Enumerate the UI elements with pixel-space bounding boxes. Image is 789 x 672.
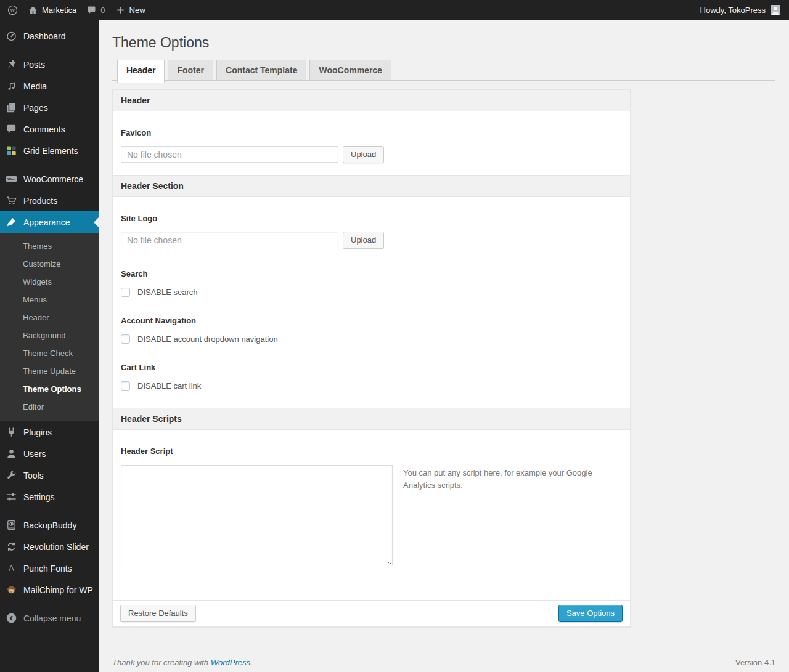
- cart-link-label: Cart Link: [121, 363, 622, 372]
- sidebar-item-label: Pages: [23, 103, 48, 113]
- header-script-label: Header Script: [121, 447, 622, 456]
- sidebar-item-revolution-slider[interactable]: Revolution Slider: [0, 536, 99, 557]
- save-options-button[interactable]: Save Options: [558, 605, 623, 622]
- submenu-item-background[interactable]: Background: [0, 326, 99, 344]
- sidebar-item-label: Comments: [23, 124, 65, 134]
- wrench-icon: [5, 469, 18, 481]
- refresh-icon: [5, 541, 18, 553]
- plus-icon: [115, 5, 126, 15]
- disable-cart-link-label: DISABLE cart link: [137, 381, 201, 391]
- sidebar-item-label: Tools: [23, 471, 44, 480]
- disable-cart-link-checkbox[interactable]: [121, 381, 130, 391]
- letter-a-icon: A: [5, 562, 18, 574]
- favicon-upload-button[interactable]: Upload: [343, 146, 384, 163]
- sidebar-item-label: Dashboard: [23, 31, 66, 41]
- dashboard-icon: [5, 30, 18, 42]
- svg-text:Woo: Woo: [7, 177, 15, 181]
- sidebar-item-media[interactable]: Media: [0, 75, 99, 97]
- restore-defaults-button[interactable]: Restore Defaults: [120, 605, 196, 622]
- sidebar-item-mailchimp-for-wp[interactable]: MailChimp for WP: [0, 579, 99, 601]
- sidebar-item-pages[interactable]: Pages: [0, 97, 99, 118]
- tab-contact-template[interactable]: Contact Template: [216, 60, 306, 80]
- sidebar-item-appearance[interactable]: Appearance: [0, 211, 99, 233]
- sidebar-item-label: Posts: [23, 60, 45, 70]
- sidebar-item-label: Punch Fonts: [23, 564, 72, 573]
- woocommerce-icon: Woo: [5, 173, 18, 185]
- sidebar-item-collapse-menu[interactable]: Collapse menu: [0, 607, 99, 629]
- submenu-item-editor[interactable]: Editor: [0, 398, 99, 416]
- sidebar-item-label: Collapse menu: [23, 613, 81, 623]
- page-title: Theme Options: [112, 20, 775, 52]
- tab-woocommerce[interactable]: WooCommerce: [309, 60, 391, 80]
- header-script-help: You can put any script here, for example…: [403, 467, 594, 492]
- section-body-header-scripts: Header Script You can put any script her…: [113, 447, 630, 600]
- backup-icon: [5, 519, 18, 531]
- sidebar-item-comments[interactable]: Comments: [0, 118, 99, 140]
- footer-thanks-prefix: Thank you for creating with: [112, 658, 211, 667]
- sliders-icon: [5, 491, 18, 503]
- sidebar-item-plugins[interactable]: Plugins: [0, 421, 99, 443]
- home-icon: [28, 5, 38, 15]
- sidebar-item-posts[interactable]: Posts: [0, 54, 99, 75]
- sidebar-item-settings[interactable]: Settings: [0, 486, 99, 508]
- account-menu[interactable]: Howdy, TokoPress: [699, 5, 782, 15]
- comment-bubble-icon: [86, 5, 97, 15]
- sidebar-item-grid-elements[interactable]: Grid Elements: [0, 140, 99, 161]
- sidebar-item-tools[interactable]: Tools: [0, 464, 99, 486]
- favicon-file-input[interactable]: [121, 146, 338, 163]
- site-logo-upload-button[interactable]: Upload: [343, 232, 384, 249]
- comments-menu[interactable]: 0: [81, 0, 110, 20]
- media-icon: [5, 80, 18, 92]
- sidebar: DashboardPostsMediaPagesCommentsGrid Ele…: [0, 20, 99, 672]
- favicon-file-row: Upload: [121, 146, 622, 163]
- wordpress-logo-menu[interactable]: W: [2, 0, 23, 20]
- pushpin-icon: [5, 59, 18, 70]
- main-content: Theme Options HeaderFooterContact Templa…: [99, 20, 789, 672]
- theme-options-panel: Header Favicon Upload Header Section Sit…: [112, 89, 631, 627]
- sidebar-item-label: Settings: [23, 492, 55, 502]
- active-item-arrow: [89, 217, 99, 227]
- sidebar-item-backupbuddy[interactable]: BackupBuddy: [0, 514, 99, 536]
- submenu-item-theme-check[interactable]: Theme Check: [0, 344, 99, 362]
- tab-header[interactable]: Header: [117, 60, 165, 83]
- footer-thanks: Thank you for creating with WordPress.: [112, 658, 253, 667]
- sidebar-item-label: MailChimp for WP: [23, 585, 93, 595]
- account-navigation-checkbox-row: DISABLE account dropdown navigation: [121, 334, 622, 344]
- sidebar-item-label: Users: [23, 449, 46, 459]
- sidebar-item-dashboard[interactable]: Dashboard: [0, 25, 99, 47]
- search-label: Search: [121, 269, 622, 278]
- sidebar-item-label: Media: [23, 81, 47, 91]
- sidebar-item-label: Products: [23, 196, 57, 206]
- submenu-item-theme-options[interactable]: Theme Options: [0, 380, 99, 398]
- disable-search-checkbox[interactable]: [121, 288, 130, 297]
- wordpress-logo-icon: W: [7, 5, 18, 15]
- submenu-item-menus[interactable]: Menus: [0, 291, 99, 309]
- section-body-header: Favicon Upload: [113, 128, 630, 175]
- header-script-textarea[interactable]: [121, 465, 393, 565]
- panel-footer: Restore Defaults Save Options: [113, 600, 630, 626]
- submenu-item-theme-update[interactable]: Theme Update: [0, 362, 99, 380]
- howdy-label: Howdy, TokoPress: [700, 6, 766, 15]
- disable-account-nav-label: DISABLE account dropdown navigation: [137, 334, 278, 344]
- sidebar-item-woocommerce[interactable]: WooWooCommerce: [0, 168, 99, 190]
- submenu-item-themes[interactable]: Themes: [0, 237, 99, 255]
- site-logo-file-input[interactable]: [121, 232, 338, 248]
- site-name-menu[interactable]: Marketica: [23, 0, 81, 20]
- page-footer: Thank you for creating with WordPress. V…: [112, 658, 775, 672]
- account-navigation-label: Account Navigation: [121, 316, 622, 325]
- disable-account-nav-checkbox[interactable]: [121, 334, 130, 344]
- submenu-item-widgets[interactable]: Widgets: [0, 273, 99, 291]
- sidebar-item-users[interactable]: Users: [0, 443, 99, 464]
- tab-footer[interactable]: Footer: [168, 60, 213, 80]
- user-icon: [5, 448, 18, 459]
- sidebar-item-punch-fonts[interactable]: APunch Fonts: [0, 557, 99, 579]
- avatar: [771, 5, 780, 15]
- submenu-item-header[interactable]: Header: [0, 309, 99, 326]
- submenu-item-customize[interactable]: Customize: [0, 255, 99, 273]
- sidebar-item-products[interactable]: Products: [0, 190, 99, 211]
- new-label: New: [129, 6, 145, 15]
- comment-bubble-icon: [5, 123, 18, 135]
- wordpress-link[interactable]: WordPress: [211, 658, 250, 667]
- new-content-menu[interactable]: New: [110, 0, 150, 20]
- sidebar-item-label: Grid Elements: [23, 146, 78, 156]
